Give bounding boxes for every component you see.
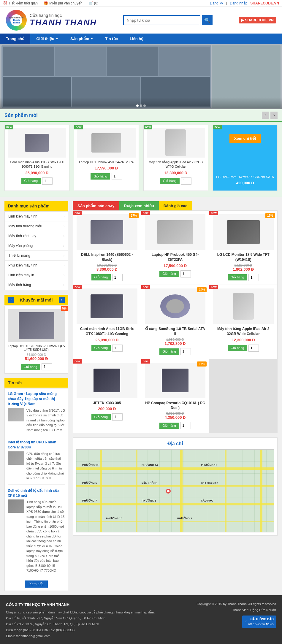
promo-actions: Giỏ hàng: [8, 363, 65, 370]
sidebar-item-linh-kien-in[interactable]: Linh kiện máy in ›: [5, 270, 68, 280]
tab-viewed[interactable]: Được xem nhiều: [119, 201, 159, 210]
new-products-title: Sản phẩm mới: [4, 112, 38, 118]
product-img-3: [147, 128, 205, 158]
promo-prev-btn[interactable]: ‹: [8, 297, 14, 303]
grid-cart-btn-6[interactable]: Giỏ hàng: [228, 345, 247, 351]
sidebar-menu: Linh kiện máy tính › Máy tính thương hiệ…: [4, 211, 68, 290]
news-img-3: [8, 499, 24, 513]
news-title-2[interactable]: Intel lộ thông tin CPU 6 nhân Core i7 87…: [8, 440, 65, 450]
btn-more[interactable]: Xem tiếp: [25, 580, 48, 588]
product-img-2: [77, 128, 136, 158]
grid-badge-2: new: [141, 211, 150, 215]
nav-item-news[interactable]: Tin tức: [99, 34, 123, 44]
grid-qty-1[interactable]: [112, 274, 123, 281]
grid-qty-6[interactable]: [248, 345, 259, 352]
grid-old-price-5: 1,980,000 Đ: [145, 338, 206, 341]
footer-right: Copyright © 2015 by Thanh Thanh. All rig…: [197, 601, 276, 628]
search-input[interactable]: [123, 15, 200, 25]
grid-cart-btn-5[interactable]: Giỏ hàng: [159, 348, 179, 355]
add-cart-btn-2[interactable]: Giỏ hàng: [91, 173, 110, 180]
grid-img-8: [145, 363, 206, 398]
grid-cart-btn-3[interactable]: Giỏ hàng: [228, 274, 247, 280]
prev-button[interactable]: ‹: [262, 112, 269, 119]
sharecode-logo: ▶ SHARECODE.VN: [239, 17, 276, 23]
footer-address2: Địa chỉ cơ 2: 137E, Nguyễn Chi Thanh, P9…: [6, 621, 155, 627]
grid-qty-8[interactable]: [180, 422, 191, 429]
grid-qty-7[interactable]: [112, 413, 123, 421]
grid-img-6: [213, 288, 274, 324]
nav-item-products[interactable]: Sản phẩm ▼: [64, 34, 99, 44]
sidebar-item-may-tinh-thuong-hieu[interactable]: Máy tính thương hiệu ›: [5, 221, 68, 231]
tab-hot[interactable]: Sản phẩm bán chạy: [73, 201, 119, 210]
search-button[interactable]: 🔍: [202, 15, 213, 25]
arrow-icon: ›: [64, 264, 64, 267]
grid-badge-3: new: [209, 211, 218, 215]
hero-dot-3[interactable]: [143, 104, 146, 107]
grid-cart-btn-4[interactable]: Giỏ hàng: [91, 345, 111, 351]
add-cart-btn-1[interactable]: Giỏ hàng: [21, 178, 41, 184]
product-actions-1: Giỏ hàng: [8, 177, 66, 185]
product-badge-1: new: [5, 125, 13, 129]
grid-old-price-1: 10,000,000 Đ: [77, 264, 137, 267]
tab-rated[interactable]: Đánh giá cao: [159, 201, 192, 210]
map-title: Địa chỉ: [76, 441, 274, 446]
footer-address1: Địa chỉ trụ sở chính: 227, Nguyễn Văn Cừ…: [6, 616, 155, 621]
grid-cart-btn-1[interactable]: Giỏ hàng: [91, 274, 111, 280]
sidebar-item-thiet-bi-mang[interactable]: Thiết bị mạng ›: [5, 251, 68, 261]
sidebar-item-may-van-phong[interactable]: Máy văn phòng ›: [5, 241, 68, 251]
nav-arrow-products: ▼: [91, 37, 94, 40]
product-img-1: [8, 128, 66, 158]
grid-img-3: [213, 214, 274, 250]
grid-cart-btn-7[interactable]: Giỏ hàng: [91, 414, 111, 420]
verified-text: ĐÃ THÔNG BÁO: [248, 617, 274, 622]
promo-cart-btn[interactable]: Giỏ hàng: [21, 364, 40, 370]
logo-area: thanhthanh.vn Thanh Thanh Cửa hàng tin h…: [6, 10, 97, 31]
grid-badge-8: new: [141, 359, 150, 364]
hero-dot-2[interactable]: [140, 104, 142, 107]
qty-input-3[interactable]: [181, 177, 191, 185]
grid-product-2: new Laptop HP Probook 450 G4-Z6T23PA 17,…: [141, 211, 209, 285]
sidebar-item-may-tinh-xach-tay[interactable]: Máy tính xách tay ›: [5, 231, 68, 241]
sidebar-item-phu-kien[interactable]: Phụ kiện máy tính ›: [5, 261, 68, 270]
news-title-1[interactable]: LG Gram - Laptop siêu mỏng chưa đầy 1kg …: [8, 391, 65, 406]
grid-name-8: HP Compaq Presario CQ1016L ( PC Dos ): [145, 401, 206, 411]
sidebar-category-title: Danh mục sản phẩm: [4, 201, 68, 211]
grid-img-4: [77, 288, 137, 324]
grid-cart-btn-2[interactable]: Giỏ hàng: [159, 271, 179, 277]
grid-qty-5[interactable]: [180, 348, 191, 355]
svg-rect-1: [76, 450, 274, 532]
news-img-1: [8, 408, 24, 421]
promo-qty[interactable]: [42, 363, 52, 370]
cart-icon[interactable]: 🛒 (0): [88, 1, 99, 5]
verified-badge: ✓ ĐÃ THÔNG BÁO BỘ CÔNG THƯƠNG: [242, 616, 276, 628]
svg-rect-5: [76, 521, 274, 522]
nav-item-contact[interactable]: Liên hệ: [124, 34, 149, 44]
login-link[interactable]: Đăng nhập: [230, 1, 247, 5]
map-section: Địa chỉ: [73, 437, 278, 536]
svg-text:PHƯỜNG 5: PHƯỜNG 5: [82, 481, 97, 484]
nav-item-about[interactable]: Giới thiệu ▼: [30, 34, 64, 44]
view-detail-btn[interactable]: Xem chi tiết: [229, 134, 261, 143]
qty-input-2[interactable]: [112, 173, 122, 180]
grid-product-8: new 13% HP Compaq Presario CQ1016L ( PC …: [141, 359, 209, 433]
add-cart-btn-3[interactable]: Giỏ hàng: [160, 178, 180, 184]
register-link[interactable]: Đăng ký: [210, 1, 223, 5]
grid-qty-3[interactable]: [248, 274, 259, 281]
grid-cart-btn-8[interactable]: Giỏ hàng: [159, 423, 179, 429]
news-title-3[interactable]: Dell vô tình để lộ cấu hình của XPS 15 m…: [8, 488, 65, 498]
svg-text:PHƯỜNG 3: PHƯỜNG 3: [142, 499, 156, 502]
next-button[interactable]: ›: [270, 112, 278, 119]
grid-product-1: new 17% DELL Inspiron 1440 (S560602 - Bl…: [73, 211, 141, 285]
grid-qty-4[interactable]: [112, 345, 123, 352]
hero-dot-1[interactable]: [136, 104, 139, 107]
grid-actions-3: Giỏ hàng: [213, 274, 274, 281]
sidebar-item-linh-kien[interactable]: Linh kiện máy tính ›: [5, 212, 68, 221]
svg-rect-4: [76, 503, 274, 505]
product-name-4: LG DVD-Rom 16x w/48X CDRom SATA: [216, 175, 274, 179]
grid-price-7: 200,000 Đ: [77, 407, 137, 411]
qty-input-1[interactable]: [42, 177, 53, 185]
nav-item-home[interactable]: Trang chủ: [0, 34, 30, 44]
sidebar-item-may-tinh-bang[interactable]: Máy tính bảng ›: [5, 280, 68, 290]
promo-next-btn[interactable]: ›: [59, 297, 65, 303]
grid-qty-2[interactable]: [180, 270, 191, 277]
